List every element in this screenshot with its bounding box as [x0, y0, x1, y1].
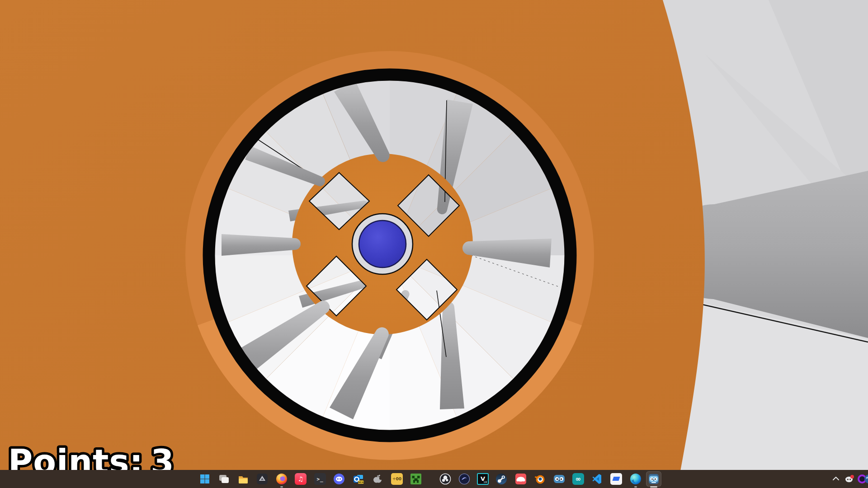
vscode-button[interactable] — [591, 473, 603, 485]
apple-music-button[interactable]: ♫ — [295, 473, 307, 485]
start-button[interactable] — [199, 473, 211, 485]
task-view-button[interactable] — [218, 473, 230, 485]
file-explorer-button[interactable] — [237, 473, 249, 485]
calculator-icon: ÷00 — [391, 473, 403, 485]
white-blue-app-icon — [610, 473, 622, 485]
vegas-pro-icon: V18 — [477, 473, 489, 485]
firefox-button[interactable] — [276, 473, 288, 485]
arduino-button[interactable]: ∞ — [572, 473, 584, 485]
minecraft-button[interactable] — [410, 473, 422, 485]
dark-round-app-button[interactable] — [458, 473, 470, 485]
edge-icon — [630, 473, 642, 485]
steam-icon — [495, 473, 507, 485]
obs-icon — [439, 473, 451, 485]
tray-discord-button[interactable] — [844, 474, 856, 486]
notification-badge — [850, 475, 854, 479]
outlook-icon: NEW — [353, 473, 364, 485]
edge-button[interactable] — [630, 473, 642, 485]
music-note-icon: ♫ — [295, 473, 307, 485]
blue-partial-icon — [864, 474, 868, 485]
blender-button[interactable] — [534, 473, 546, 485]
firefox-icon — [276, 473, 288, 485]
goal-target — [352, 214, 413, 274]
terminal-icon: >_ — [314, 473, 326, 485]
chevron-up-icon — [831, 474, 841, 484]
steam-button[interactable] — [495, 473, 507, 485]
game-viewport[interactable]: Points:3 — [0, 0, 868, 488]
obs-studio-button[interactable] — [439, 473, 451, 485]
arduino-icon: ∞ — [572, 473, 584, 485]
gamepad-icon — [515, 473, 527, 485]
white-blue-app-button[interactable] — [610, 473, 622, 485]
calculator-button[interactable]: ÷00 — [391, 473, 403, 485]
outlook-button[interactable]: NEW — [353, 473, 364, 485]
apple-menu-button[interactable] — [372, 473, 383, 485]
desktop: { "hud": { "points_label": "Points:", "p… — [0, 0, 868, 488]
edge-running-indicator — [634, 486, 637, 488]
task-view-icon — [218, 473, 230, 485]
firefox-running-indicator — [280, 486, 283, 488]
tray-blue-partial-button[interactable] — [864, 474, 868, 486]
vscode-icon — [591, 473, 603, 485]
game-controller-app-button[interactable] — [515, 473, 527, 485]
godot-button[interactable] — [553, 473, 565, 485]
godot-icon — [553, 473, 565, 485]
unity-hub-icon — [256, 473, 268, 485]
apple-logo-icon — [372, 473, 383, 485]
folder-icon — [237, 473, 249, 485]
dark-round-app-icon — [458, 473, 470, 485]
vegas-pro-button[interactable]: V18 — [477, 473, 489, 485]
godot-active-indicator — [650, 486, 657, 488]
blender-icon — [534, 473, 546, 485]
godot-active-button[interactable] — [648, 473, 660, 485]
discord-button[interactable] — [333, 473, 345, 485]
discord-tray-icon — [844, 474, 855, 485]
creeper-icon — [410, 473, 422, 485]
windows-logo-icon — [199, 473, 211, 485]
taskbar: ♫ >_ NEW ÷00 — [0, 470, 868, 488]
outlook-new-badge: NEW — [358, 481, 364, 483]
godot-active-icon — [648, 473, 660, 485]
terminal-button[interactable]: >_ — [314, 473, 326, 485]
tray-chevron-button[interactable] — [831, 474, 843, 486]
discord-icon — [333, 473, 345, 485]
unity-hub-button[interactable] — [256, 473, 268, 485]
